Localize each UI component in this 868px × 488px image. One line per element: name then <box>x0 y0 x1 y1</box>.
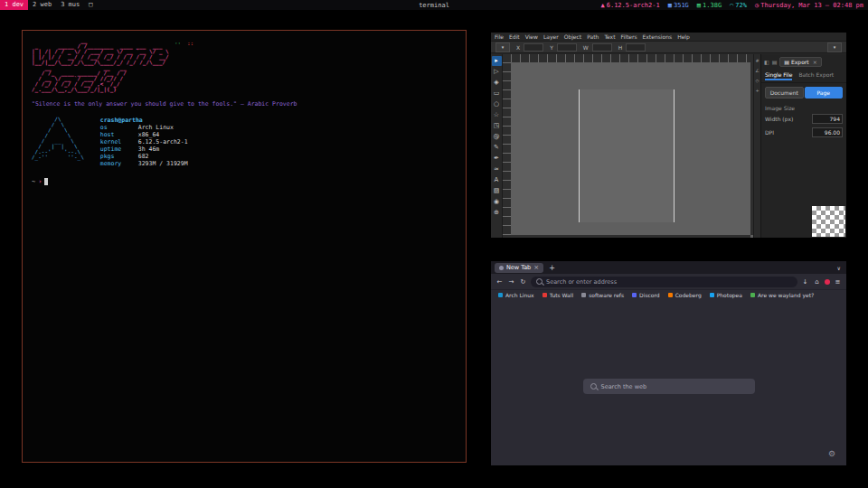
tab-favicon <box>499 266 504 270</box>
selection-mode-dropdown[interactable]: ▾ <box>495 42 510 52</box>
menu-object[interactable]: Object <box>564 33 582 40</box>
docked-dialog-icon-1[interactable]: ◧ <box>764 59 769 65</box>
bookmark-photopea[interactable]: Photopea <box>710 292 742 298</box>
menu-icon[interactable]: ≡ <box>834 278 842 286</box>
downloads-icon[interactable]: ↓ <box>801 278 809 286</box>
snap-bbox-icon[interactable]: # <box>755 58 759 63</box>
node-tool[interactable]: ▷ <box>492 67 502 77</box>
pen-tool[interactable]: ✒ <box>492 154 502 164</box>
tool-controls-bar: ▾ X Y W H ▾ <box>491 41 846 53</box>
dpi-label: DPI <box>765 129 774 136</box>
snap-nodes-icon[interactable]: ∠ <box>755 68 759 73</box>
menu-text[interactable]: Text <box>604 33 615 40</box>
bookmark-favicon <box>632 293 637 297</box>
bookmark-favicon <box>750 293 755 297</box>
scope-document-button[interactable]: Document <box>765 87 804 99</box>
shape-builder-tool[interactable]: ◈ <box>492 78 502 88</box>
snap-others-icon[interactable]: ◇ <box>756 78 760 83</box>
menu-edit[interactable]: Edit <box>509 33 520 40</box>
shell-prompt[interactable]: ~› <box>32 178 457 185</box>
back-button[interactable]: ← <box>495 278 504 286</box>
zoom-tool[interactable]: ⊕ <box>492 208 502 218</box>
canvas[interactable] <box>511 62 753 238</box>
units-dropdown[interactable]: ▾ <box>827 42 842 52</box>
bookmark-favicon <box>710 293 714 297</box>
tab-close-icon[interactable]: × <box>533 264 539 271</box>
tab-new-tab[interactable]: New Tab × <box>495 263 543 273</box>
text-tool[interactable]: A <box>492 175 502 185</box>
menu-view[interactable]: View <box>525 33 538 40</box>
page-boundary <box>579 89 675 222</box>
menu-path[interactable]: Path <box>587 33 599 40</box>
scope-page-button[interactable]: Page <box>805 87 844 99</box>
pencil-tool[interactable]: ✎ <box>492 143 502 153</box>
menu-filters[interactable]: Filters <box>621 33 637 40</box>
bookmark-software-refs[interactable]: software refs <box>581 292 624 298</box>
docked-dialog-icon-2[interactable]: ▤ <box>772 59 778 65</box>
menu-extensions[interactable]: Extensions <box>643 33 673 40</box>
star-tool[interactable]: ☆ <box>492 110 502 120</box>
terminal-window[interactable]: __ _ _____ / /________ ____ ___ ___ | | … <box>22 30 467 463</box>
bookmark-codeberg[interactable]: Codeberg <box>668 292 702 298</box>
gradient-tool[interactable]: ▨ <box>492 186 502 196</box>
home-icon[interactable]: ⌂ <box>813 278 821 286</box>
canvas-hscrollbar[interactable] <box>511 235 750 238</box>
h-field-label: H <box>618 44 623 51</box>
list-tabs-chevron-icon[interactable]: ∨ <box>837 265 841 271</box>
width-input[interactable]: 794 <box>812 114 843 124</box>
ellipse-tool[interactable]: ○ <box>492 99 502 109</box>
menu-file[interactable]: File <box>495 33 504 40</box>
bookmark-discord[interactable]: Discord <box>632 292 660 298</box>
tab-title: New Tab <box>506 264 531 271</box>
web-search-input[interactable]: Search the web <box>583 379 755 394</box>
personalize-gear-icon[interactable]: ⚙ <box>828 449 835 458</box>
forward-button[interactable]: → <box>507 278 515 286</box>
h-input[interactable] <box>626 43 646 52</box>
y-input[interactable] <box>557 43 577 52</box>
dropper-tool[interactable]: ◉ <box>492 197 502 207</box>
banner-accent-red: :: <box>187 40 193 46</box>
disk-module: ▦351G <box>668 2 689 9</box>
account-badge[interactable] <box>825 279 830 285</box>
w-field-label: W <box>583 44 589 51</box>
export-dialog-tab[interactable]: ▤ Export × <box>779 57 821 67</box>
calligraphy-tool[interactable]: ≈ <box>492 164 502 174</box>
bookmark-arch-linux[interactable]: Arch Linux <box>498 292 534 298</box>
menu-help[interactable]: Help <box>677 33 690 40</box>
new-tab-button[interactable]: + <box>549 264 555 272</box>
memory-module: ▤1.38G <box>697 2 722 9</box>
rect-tool[interactable]: ▭ <box>492 89 502 99</box>
close-icon[interactable]: × <box>813 59 817 65</box>
fetch-row-os: osArch Linux <box>100 124 188 131</box>
text-cursor <box>44 178 48 185</box>
prompt-chevron: › <box>38 178 42 185</box>
menu-bar: File Edit View Layer Object Path Text Fi… <box>491 33 846 41</box>
bookmark-are-we-wayland-yet[interactable]: Are we wayland yet? <box>750 292 814 298</box>
spiral-tool[interactable]: @ <box>492 132 502 142</box>
kernel-module: ▲6.12.5-arch2-1 <box>601 2 660 9</box>
navigation-bar: ← → ↻ Search or enter address ↓ ⌂ ≡ <box>491 274 846 289</box>
toolbox: ▸ ▷ ◈ ▭ ○ ☆ ◳ @ ✎ ✒ ≈ A ▨ ◉ ⊕ <box>491 54 503 238</box>
search-icon <box>536 278 542 285</box>
export-tab-icon: ▤ <box>784 59 789 65</box>
dpi-input[interactable]: 96.00 <box>812 127 843 137</box>
fetch-row-memory: memory3293M / 31929M <box>100 160 188 167</box>
w-input[interactable] <box>592 43 612 52</box>
status-modules: ▲6.12.5-arch2-1 ▦351G ▤1.38G ◠72% ◷Thurs… <box>601 2 868 9</box>
box3d-tool[interactable]: ◳ <box>492 121 502 131</box>
tab-single-file[interactable]: Single File <box>765 71 792 80</box>
refresh-button[interactable]: ↻ <box>519 278 527 286</box>
menu-layer[interactable]: Layer <box>543 33 559 40</box>
address-bar[interactable]: Search or enter address <box>531 277 797 287</box>
dpi-row: DPI 96.00 <box>761 126 846 139</box>
snap-grid-icon[interactable]: + <box>755 88 759 93</box>
welcome-ascii-banner: __ _ _____ / /________ ____ ___ ___ | | … <box>32 38 457 92</box>
x-input[interactable] <box>524 43 543 52</box>
tab-batch-export[interactable]: Batch Export <box>798 71 834 80</box>
address-placeholder: Search or enter address <box>546 278 617 286</box>
bookmark-tuts-wall[interactable]: Tuts Wall <box>542 292 574 298</box>
prompt-path: ~ <box>32 178 35 185</box>
fetch-output: /\ / \ / \ / \ / __ \ / | | \ /.--' '--.… <box>32 117 457 167</box>
banner-accent-green: ·· <box>175 40 181 46</box>
selector-tool[interactable]: ▸ <box>492 56 502 66</box>
